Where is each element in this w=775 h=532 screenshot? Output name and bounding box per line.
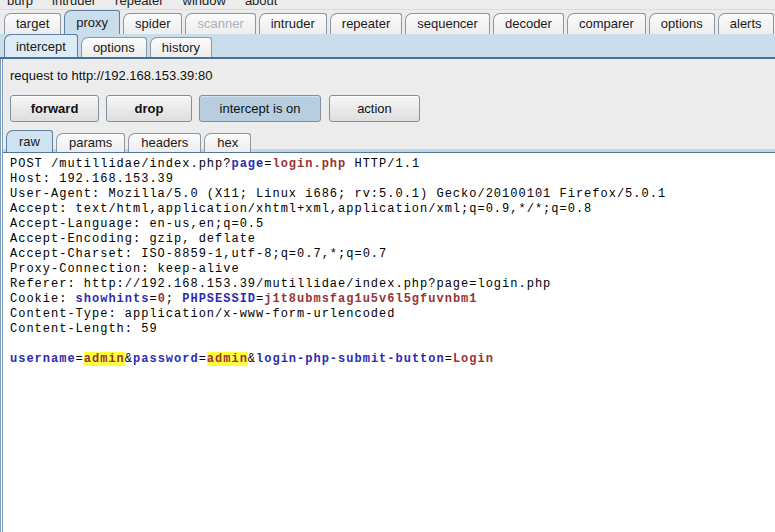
request-line: [10, 337, 771, 352]
menu-item-burp[interactable]: burp: [7, 0, 33, 8]
intercept-panel: request to http://192.168.153.39:80 forw…: [0, 59, 775, 532]
request-line: Accept-Charset: ISO-8859-1,utf-8;q=0.7,*…: [10, 247, 771, 262]
tab-options[interactable]: options: [649, 13, 715, 34]
tab-repeater[interactable]: repeater: [330, 13, 402, 34]
request-line: POST /mutillidae/index.php?page=login.ph…: [10, 157, 771, 172]
action-button[interactable]: action: [329, 95, 420, 122]
subtab-intercept[interactable]: intercept: [4, 34, 78, 57]
request-line: Referer: http://192.168.153.39/mutillida…: [10, 277, 771, 292]
drop-button[interactable]: drop: [106, 95, 192, 122]
intercept-toggle-button[interactable]: intercept is on: [199, 95, 321, 122]
viewtab-raw[interactable]: raw: [6, 130, 53, 152]
menu-item-intruder[interactable]: intruder: [52, 0, 96, 8]
tab-comparer[interactable]: comparer: [567, 13, 646, 34]
main-tab-bar: targetproxyspiderscannerintruderrepeater…: [0, 10, 775, 34]
tab-intruder[interactable]: intruder: [259, 13, 327, 34]
forward-button[interactable]: forward: [10, 95, 99, 122]
tab-decoder[interactable]: decoder: [493, 13, 564, 34]
proxy-subtab-bar: interceptoptionshistory: [0, 34, 775, 59]
menu-bar: burpintruderrepeaterwindowabout: [0, 0, 775, 10]
request-line: Accept-Language: en-us,en;q=0.5: [10, 217, 771, 232]
tab-spider[interactable]: spider: [123, 13, 182, 34]
viewtab-params[interactable]: params: [56, 133, 125, 152]
viewtab-headers[interactable]: headers: [128, 133, 201, 152]
request-line: Host: 192.168.153.39: [10, 172, 771, 187]
request-editor[interactable]: POST /mutillidae/index.php?page=login.ph…: [0, 152, 775, 532]
request-line: username=admin&password=admin&login-php-…: [10, 352, 771, 367]
tab-sequencer[interactable]: sequencer: [405, 13, 490, 34]
viewtab-hex[interactable]: hex: [204, 133, 251, 152]
http-request-text: POST /mutillidae/index.php?page=login.ph…: [0, 153, 775, 367]
request-line: Accept: text/html,application/xhtml+xml,…: [10, 202, 771, 217]
subtab-options[interactable]: options: [81, 37, 147, 57]
request-line: Cookie: showhints=0; PHPSESSID=j1t8ubmsf…: [10, 292, 771, 307]
intercept-button-row: forward drop intercept is on action: [10, 95, 775, 122]
message-view-tab-bar: rawparamsheadershex: [0, 131, 775, 152]
burp-suite-window: burpintruderrepeaterwindowabout targetpr…: [0, 0, 775, 532]
intercept-request-info: request to http://192.168.153.39:80: [0, 59, 775, 84]
subtab-history[interactable]: history: [150, 37, 212, 57]
menu-item-window[interactable]: window: [183, 0, 226, 8]
request-line: Accept-Encoding: gzip, deflate: [10, 232, 771, 247]
request-line: Content-Length: 59: [10, 322, 771, 337]
tab-proxy[interactable]: proxy: [64, 10, 120, 34]
tab-scanner[interactable]: scanner: [185, 13, 255, 34]
menu-item-repeater[interactable]: repeater: [115, 0, 163, 8]
tab-target[interactable]: target: [4, 13, 61, 34]
request-line: Content-Type: application/x-www-form-url…: [10, 307, 771, 322]
request-line: Proxy-Connection: keep-alive: [10, 262, 771, 277]
menu-item-about[interactable]: about: [245, 0, 278, 8]
tab-alerts[interactable]: alerts: [718, 13, 774, 34]
request-line: User-Agent: Mozilla/5.0 (X11; Linux i686…: [10, 187, 771, 202]
